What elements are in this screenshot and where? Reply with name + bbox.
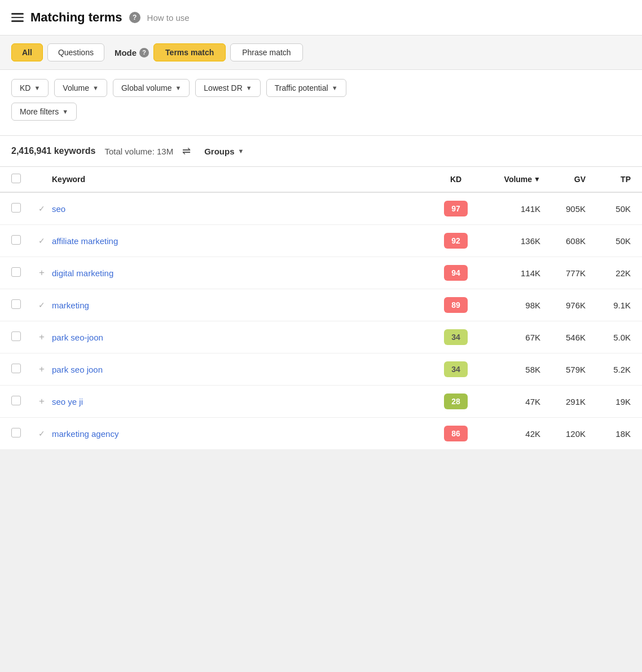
row-action-icon[interactable]: ✓: [32, 300, 52, 310]
row-gv: 777K: [540, 268, 586, 278]
keyword-link[interactable]: digital marketing: [52, 268, 113, 278]
chevron-down-icon: ▼: [246, 85, 252, 91]
row-checkbox-col: [11, 203, 32, 214]
checkmark-icon: ✓: [38, 204, 45, 213]
row-checkbox[interactable]: [11, 299, 21, 309]
row-gv: 546K: [540, 333, 586, 342]
keyword-link[interactable]: park seo joon: [52, 365, 103, 374]
row-tp: 5.2K: [586, 365, 631, 374]
row-action-icon[interactable]: ✓: [32, 236, 52, 245]
row-kd: 34: [433, 361, 478, 377]
row-kd: 94: [433, 265, 478, 281]
row-volume: 47K: [478, 397, 540, 406]
row-tp: 50K: [586, 236, 631, 246]
row-volume: 58K: [478, 365, 540, 374]
chevron-down-icon: ▼: [62, 108, 68, 115]
help-icon[interactable]: ?: [129, 12, 140, 23]
mode-tab-terms[interactable]: Terms match: [153, 43, 226, 61]
row-volume: 98K: [478, 300, 540, 310]
select-all-checkbox[interactable]: [11, 174, 21, 183]
kd-badge: 97: [444, 201, 468, 216]
row-checkbox-col: [11, 364, 32, 375]
row-tp: 22K: [586, 268, 631, 278]
page-title: Matching terms: [30, 10, 122, 25]
checkmark-icon: ✓: [38, 429, 45, 438]
filter-row-more: More filters ▼: [11, 103, 631, 121]
row-tp: 5.0K: [586, 333, 631, 342]
groups-button[interactable]: Groups ▼: [204, 147, 244, 156]
hamburger-menu[interactable]: [11, 13, 24, 22]
plus-icon: +: [39, 331, 45, 343]
table-body: ✓ seo 97 141K 905K 50K ✓ affiliate marke…: [0, 193, 642, 450]
filter-global-volume[interactable]: Global volume ▼: [113, 79, 190, 97]
tab-all[interactable]: All: [11, 43, 43, 61]
how-to-use-link[interactable]: How to use: [147, 13, 190, 23]
row-checkbox-col: [11, 299, 32, 311]
keyword-link[interactable]: park seo-joon: [52, 333, 103, 342]
mode-help-icon[interactable]: ?: [139, 48, 149, 58]
row-checkbox[interactable]: [11, 396, 21, 405]
filter-lowest-dr[interactable]: Lowest DR ▼: [195, 79, 260, 97]
tab-questions[interactable]: Questions: [47, 43, 104, 61]
row-tp: 9.1K: [586, 300, 631, 310]
sliders-icon[interactable]: ⇌: [182, 145, 191, 157]
row-action-icon[interactable]: +: [32, 396, 52, 407]
filter-kd[interactable]: KD ▼: [11, 79, 49, 97]
row-tp: 18K: [586, 429, 631, 439]
row-action-icon[interactable]: +: [32, 331, 52, 343]
row-kd: 86: [433, 426, 478, 441]
row-keyword: seo: [52, 204, 433, 214]
checkmark-icon: ✓: [38, 236, 45, 245]
table-row: + digital marketing 94 114K 777K 22K: [0, 257, 642, 289]
keyword-link[interactable]: marketing: [52, 300, 89, 310]
plus-icon: +: [39, 267, 45, 278]
filter-volume[interactable]: Volume ▼: [54, 79, 107, 97]
row-checkbox[interactable]: [11, 331, 21, 341]
kd-badge: 86: [444, 426, 468, 441]
header-keyword: Keyword: [52, 175, 433, 184]
keyword-link[interactable]: seo ye ji: [52, 397, 83, 406]
row-checkbox[interactable]: [11, 235, 21, 245]
kd-badge: 92: [444, 233, 468, 249]
filter-traffic-potential[interactable]: Traffic potential ▼: [266, 79, 346, 97]
row-action-icon[interactable]: ✓: [32, 204, 52, 213]
row-volume: 114K: [478, 268, 540, 278]
total-volume: Total volume: 13M: [104, 147, 173, 156]
table-row: + park seo-joon 34 67K 546K 5.0K: [0, 321, 642, 353]
row-keyword: park seo-joon: [52, 333, 433, 342]
row-checkbox[interactable]: [11, 267, 21, 277]
row-keyword: marketing: [52, 300, 433, 310]
row-volume: 42K: [478, 429, 540, 439]
more-filters-button[interactable]: More filters ▼: [11, 103, 77, 121]
row-checkbox[interactable]: [11, 428, 21, 437]
checkmark-icon: ✓: [38, 300, 45, 310]
row-action-icon[interactable]: +: [32, 267, 52, 278]
row-action-icon[interactable]: +: [32, 364, 52, 375]
keyword-link[interactable]: affiliate marketing: [52, 236, 118, 246]
row-gv: 120K: [540, 429, 586, 439]
filter-row-main: KD ▼ Volume ▼ Global volume ▼ Lowest DR …: [11, 79, 631, 97]
row-tp: 19K: [586, 397, 631, 406]
row-gv: 905K: [540, 204, 586, 214]
keywords-count: 2,416,941 keywords: [11, 146, 95, 156]
keyword-link[interactable]: marketing agency: [52, 429, 118, 439]
kd-badge: 28: [444, 394, 468, 409]
row-checkbox[interactable]: [11, 203, 21, 213]
chevron-down-icon: ▼: [238, 148, 244, 154]
table-row: ✓ marketing agency 86 42K 120K 18K: [0, 418, 642, 450]
row-gv: 291K: [540, 397, 586, 406]
mode-tab-phrase[interactable]: Phrase match: [230, 43, 302, 61]
header-checkbox-col: [11, 174, 32, 185]
row-checkbox-col: [11, 267, 32, 278]
keyword-link[interactable]: seo: [52, 204, 65, 214]
row-checkbox-col: [11, 428, 32, 439]
header-gv: GV: [540, 175, 586, 184]
table-row: ✓ marketing 89 98K 976K 9.1K: [0, 289, 642, 321]
plus-icon: +: [39, 364, 45, 375]
row-checkbox[interactable]: [11, 364, 21, 373]
row-action-icon[interactable]: ✓: [32, 429, 52, 438]
header-volume: Volume ▼: [478, 175, 540, 184]
row-gv: 579K: [540, 365, 586, 374]
kd-badge: 34: [444, 329, 468, 345]
row-checkbox-col: [11, 396, 32, 407]
